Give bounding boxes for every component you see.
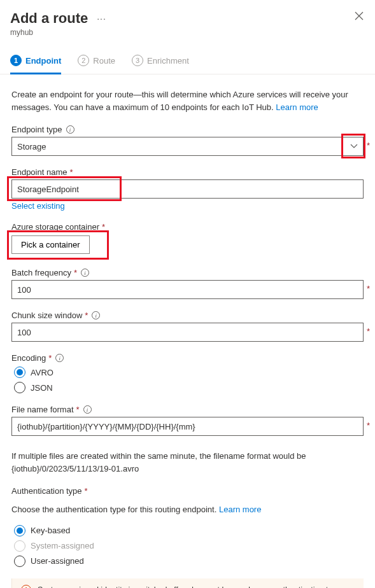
intro-text: Create an endpoint for your route—this w…: [11, 88, 364, 113]
step-number: 2: [78, 55, 89, 66]
step-label: Enrichment: [147, 56, 189, 66]
radio-icon: [14, 540, 25, 552]
chunk-size-input[interactable]: [11, 323, 364, 342]
hub-name: myhub: [10, 28, 362, 37]
batch-frequency-input[interactable]: [11, 280, 364, 299]
learn-more-link[interactable]: Learn more: [276, 102, 318, 112]
pick-container-button[interactable]: Pick a container: [11, 235, 90, 254]
step-label: Endpoint: [25, 56, 61, 66]
select-existing-link[interactable]: Select existing: [11, 201, 65, 211]
radio-label: AVRO: [31, 368, 53, 377]
auth-option-system-assigned: System-assigned: [14, 540, 364, 552]
step-enrichment[interactable]: 3 Enrichment: [132, 48, 189, 74]
step-endpoint[interactable]: 1 Endpoint: [10, 48, 61, 74]
info-icon[interactable]: i: [81, 269, 89, 277]
info-icon[interactable]: i: [55, 354, 64, 362]
radio-icon: [14, 367, 25, 378]
radio-label: Key-based: [31, 526, 70, 535]
encoding-option-avro[interactable]: AVRO: [14, 367, 364, 378]
auth-description: Choose the authentication type for this …: [11, 503, 364, 516]
info-icon[interactable]: i: [83, 405, 92, 414]
radio-label: System-assigned: [31, 541, 94, 550]
close-icon[interactable]: [355, 11, 364, 22]
endpoint-name-label: Endpoint name: [11, 167, 67, 177]
radio-label: JSON: [31, 383, 53, 393]
batch-frequency-label: Batch frequency: [11, 268, 71, 277]
identity-warning-alert: ! System-assigned identity is switched o…: [11, 578, 364, 589]
chunk-size-label: Chunk size window: [11, 311, 82, 320]
radio-icon: [14, 525, 25, 536]
radio-icon: [14, 556, 25, 567]
endpoint-type-select[interactable]: [11, 137, 364, 156]
auth-learn-more-link[interactable]: Learn more: [219, 505, 261, 514]
auth-option-key-based[interactable]: Key-based: [14, 525, 364, 536]
step-nav: 1 Endpoint 2 Route 3 Enrichment: [0, 48, 375, 74]
filename-note: If multiple files are created within the…: [0, 450, 375, 475]
info-icon[interactable]: i: [66, 125, 74, 134]
radio-label: User-assigned: [31, 556, 84, 566]
warning-icon: !: [21, 585, 31, 589]
endpoint-type-label: Endpoint type: [11, 125, 62, 134]
step-number: 1: [10, 55, 22, 66]
filename-format-input[interactable]: [11, 417, 364, 436]
radio-icon: [14, 382, 25, 393]
alert-text: System-assigned identity is switched off…: [38, 585, 343, 589]
step-label: Route: [93, 56, 115, 66]
encoding-option-json[interactable]: JSON: [14, 382, 364, 393]
encoding-label: Encoding: [11, 353, 46, 363]
auth-type-label: Authentication type: [11, 486, 82, 496]
more-icon[interactable]: ···: [97, 13, 106, 24]
info-icon[interactable]: i: [92, 311, 100, 319]
auth-option-user-assigned[interactable]: User-assigned: [14, 556, 364, 567]
page-title: Add a route: [10, 10, 88, 27]
step-number: 3: [132, 55, 143, 66]
endpoint-name-input[interactable]: [11, 179, 364, 199]
filename-format-label: File name format: [11, 405, 74, 414]
step-route[interactable]: 2 Route: [78, 48, 115, 74]
container-label: Azure storage container: [11, 222, 99, 232]
